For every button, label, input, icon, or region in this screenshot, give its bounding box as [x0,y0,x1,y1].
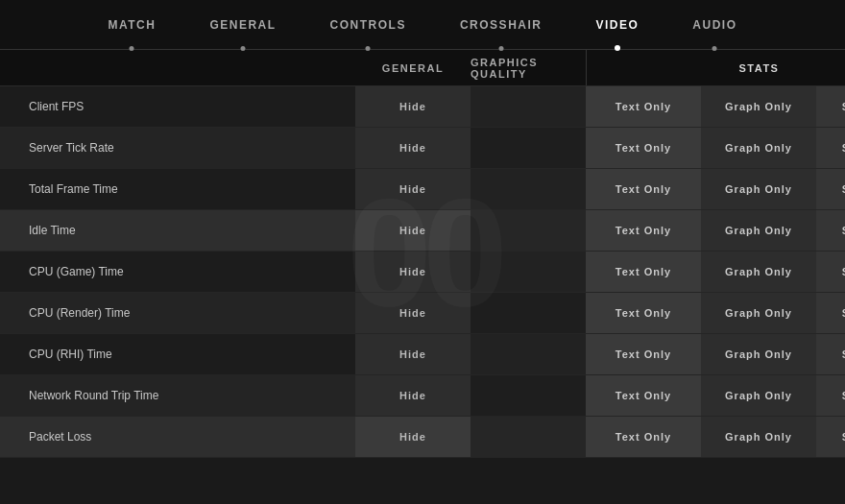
nav-controls[interactable]: CONTROLS [303,0,433,50]
btn-graph-only-packet-loss[interactable]: Graph Only [701,417,816,457]
btn-show-both-server-tick[interactable]: Show Both [816,128,845,168]
btn-graph-only-client-fps[interactable]: Graph Only [701,86,816,127]
btn-show-both-cpu-render[interactable]: Show Both [816,293,845,333]
btn-show-both-packet-loss[interactable]: Show Both [816,417,845,457]
btn-text-only-frame-time[interactable]: Text Only [586,169,701,209]
btn-show-both-client-fps[interactable]: Show Both [816,86,845,127]
btn-hide-idle-time[interactable]: Hide [355,210,471,251]
row-cpu-rhi: CPU (RHI) Time Hide Text Only Graph Only… [0,334,845,375]
cell-gfx-server-tick [471,128,586,168]
row-server-tick: Server Tick Rate Hide Text Only Graph On… [0,128,845,169]
btn-hide-cpu-game[interactable]: Hide [355,252,471,292]
nav-audio[interactable]: AUDIO [665,0,763,50]
btn-text-only-idle-time[interactable]: Text Only [586,210,701,251]
row-label-network-rtt: Network Round Trip Time [0,375,355,416]
btn-show-both-network-rtt[interactable]: Show Both [816,375,845,416]
btn-hide-network-rtt[interactable]: Hide [355,375,471,416]
btn-text-only-cpu-render[interactable]: Text Only [586,293,701,333]
nav-crosshair[interactable]: CROSSHAIR [433,0,569,50]
cell-gfx-cpu-game [471,252,586,292]
row-label-idle-time: Idle Time [0,210,355,251]
btn-hide-frame-time[interactable]: Hide [355,169,471,209]
cell-gfx-network-rtt [471,375,586,416]
col-header-general: GENERAL [355,50,471,85]
cell-gfx-idle-time [471,210,586,251]
btn-graph-only-frame-time[interactable]: Graph Only [701,169,816,209]
btn-text-only-client-fps[interactable]: Text Only [586,86,701,127]
column-headers: GENERAL GRAPHICS QUALITY STATS [0,50,845,86]
btn-text-only-network-rtt[interactable]: Text Only [586,375,701,416]
row-cpu-game: CPU (Game) Time Hide Text Only Graph Onl… [0,252,845,293]
btn-graph-only-idle-time[interactable]: Graph Only [701,210,816,251]
btn-text-only-cpu-game[interactable]: Text Only [586,252,701,292]
btn-hide-cpu-rhi[interactable]: Hide [355,334,471,374]
btn-hide-cpu-render[interactable]: Hide [355,293,471,333]
row-network-rtt: Network Round Trip Time Hide Text Only G… [0,375,845,417]
btn-show-both-cpu-game[interactable]: Show Both [816,252,845,292]
row-label-frame-time: Total Frame Time [0,169,355,209]
row-cpu-render: CPU (Render) Time Hide Text Only Graph O… [0,293,845,334]
cell-gfx-cpu-rhi [471,334,586,374]
col-header-stats: STATS [586,50,845,85]
btn-graph-only-network-rtt[interactable]: Graph Only [701,375,816,416]
row-idle-time: Idle Time Hide Text Only Graph Only Show… [0,210,845,252]
btn-text-only-server-tick[interactable]: Text Only [586,128,701,168]
btn-graph-only-cpu-game[interactable]: Graph Only [701,252,816,292]
btn-graph-only-cpu-rhi[interactable]: Graph Only [701,334,816,374]
btn-hide-server-tick[interactable]: Hide [355,128,471,168]
row-label-packet-loss: Packet Loss [0,417,355,457]
btn-show-both-cpu-rhi[interactable]: Show Both [816,334,845,374]
settings-rows: Client FPS Hide Text Only Graph Only Sho… [0,86,845,504]
row-label-cpu-render: CPU (Render) Time [0,293,355,333]
cell-gfx-cpu-render [471,293,586,333]
btn-show-both-idle-time[interactable]: Show Both [816,210,845,251]
row-frame-time: Total Frame Time Hide Text Only Graph On… [0,169,845,210]
top-navigation: MATCH GENERAL CONTROLS CROSSHAIR VIDEO A… [0,0,845,50]
btn-graph-only-server-tick[interactable]: Graph Only [701,128,816,168]
row-label-client-fps: Client FPS [0,86,355,127]
row-label-cpu-game: CPU (Game) Time [0,252,355,292]
nav-video[interactable]: VIDEO [568,0,665,50]
btn-show-both-frame-time[interactable]: Show Both [816,169,845,209]
row-label-cpu-rhi: CPU (RHI) Time [0,334,355,374]
nav-match[interactable]: MATCH [82,0,183,50]
btn-graph-only-cpu-render[interactable]: Graph Only [701,293,816,333]
cell-gfx-packet-loss [471,417,586,457]
row-client-fps: Client FPS Hide Text Only Graph Only Sho… [0,86,845,128]
btn-hide-packet-loss[interactable]: Hide [355,417,471,457]
row-packet-loss: Packet Loss Hide Text Only Graph Only Sh… [0,417,845,458]
nav-general[interactable]: GENERAL [182,0,302,50]
btn-text-only-cpu-rhi[interactable]: Text Only [586,334,701,374]
cell-gfx-frame-time [471,169,586,209]
cell-gfx-client-fps [471,86,586,127]
btn-text-only-packet-loss[interactable]: Text Only [586,417,701,457]
btn-hide-client-fps[interactable]: Hide [355,86,471,127]
col-header-empty [0,50,355,85]
col-header-graphics: GRAPHICS QUALITY [471,50,586,85]
row-label-server-tick: Server Tick Rate [0,128,355,168]
